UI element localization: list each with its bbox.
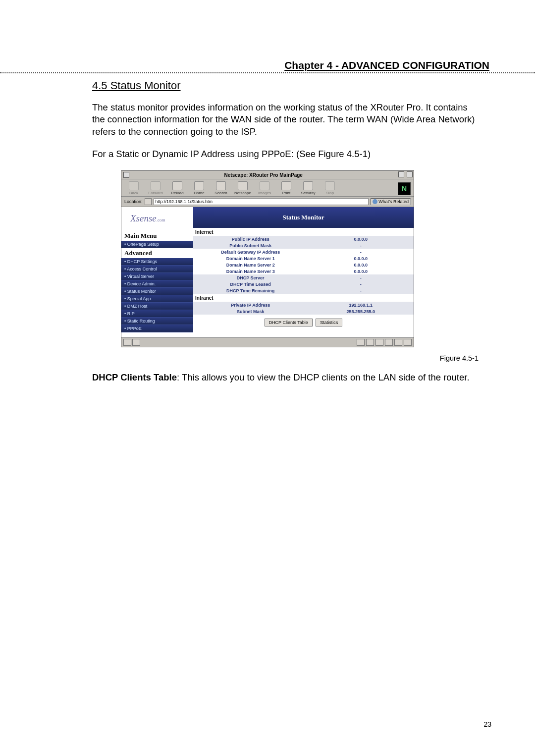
cell-key: Subnet Mask (193, 308, 308, 315)
images-icon (260, 181, 269, 190)
table-row: Domain Name Server 10.0.0.0 (193, 255, 414, 262)
paragraph-2: For a Static or Dynamic IP Address using… (92, 148, 481, 161)
window-title: Netscape: XRouter Pro MainPage (129, 172, 397, 178)
images-button[interactable]: Images (255, 181, 274, 195)
table-row: Subnet Mask255.255.255.0 (193, 308, 414, 315)
status-icon (123, 339, 131, 346)
cell-value: 0.0.0.0 (308, 268, 414, 274)
sidebar-item-rip[interactable]: RIP (121, 310, 193, 318)
bookmark-icon[interactable] (145, 198, 152, 205)
search-icon (216, 181, 226, 190)
table-row: Public Subnet Mask- (193, 242, 414, 249)
button-row: DHCP Clients Table Statistics (193, 315, 414, 337)
netscape-icon (238, 181, 248, 190)
cell-key: DHCP Time Remaining (193, 287, 308, 294)
page-number: 23 (483, 720, 491, 728)
advanced-header: Advanced (121, 248, 193, 258)
browser-toolbar: Back Forward Reload Home Search Netscape… (121, 179, 414, 197)
sidebar-item-device[interactable]: Device Admin. (121, 280, 193, 288)
cell-key: Public Subnet Mask (193, 242, 308, 249)
resize-icon[interactable] (404, 339, 412, 346)
cell-key: Default Gateway IP Address (193, 249, 308, 255)
addressbook-icon[interactable] (385, 339, 393, 346)
sidebar-item-dhcp[interactable]: DHCP Settings (121, 258, 193, 266)
caption: DHCP Clients Table: This allows you to v… (92, 372, 481, 383)
netscape-window: Netscape: XRouter Pro MainPage Back Forw… (121, 170, 414, 347)
brand-text: Xsense (130, 213, 157, 223)
maximize-icon[interactable] (407, 171, 413, 177)
reload-label: Reload (171, 191, 183, 195)
security-icon (303, 181, 313, 190)
table-row: Domain Name Server 30.0.0.0 (193, 268, 414, 274)
home-button[interactable]: Home (190, 181, 209, 195)
stop-button[interactable]: Stop (321, 181, 339, 195)
table-row: Private IP Address192.168.1.1 (193, 302, 414, 308)
back-label: Back (129, 191, 138, 195)
sidebar-item-onepage[interactable]: OnePage Setup (121, 241, 193, 248)
table-row: Public IP Address0.0.0.0 (193, 236, 414, 242)
cell-value: 0.0.0.0 (308, 255, 414, 262)
cell-value: - (308, 281, 414, 287)
sidebar-item-dmz[interactable]: DMZ Host (121, 303, 193, 310)
chapter-header: Chapter 4 - ADVANCED CONFIGURATION (45, 59, 490, 71)
forward-button[interactable]: Forward (146, 181, 165, 195)
minimize-icon[interactable] (398, 171, 404, 177)
netscape-logo-icon: N (398, 182, 411, 195)
brand-logo: Xsense.com (121, 207, 193, 231)
composer-icon[interactable] (375, 339, 383, 346)
task-icon[interactable] (366, 339, 374, 346)
divider (0, 72, 535, 73)
back-button[interactable]: Back (124, 181, 143, 195)
search-label: Search (214, 191, 227, 195)
mail-icon[interactable] (357, 339, 365, 346)
search-button[interactable]: Search (212, 181, 230, 195)
stop-label: Stop (326, 191, 334, 195)
reload-icon (172, 181, 182, 190)
sidebar-item-virtual[interactable]: Virtual Server (121, 273, 193, 280)
window-menu-icon[interactable] (123, 172, 129, 178)
intranet-table: Private IP Address192.168.1.1 Subnet Mas… (193, 302, 414, 315)
netscape-button[interactable]: Netscape (233, 181, 252, 195)
sidebar-item-static[interactable]: Static Routing (121, 318, 193, 325)
cell-value: - (308, 242, 414, 249)
window-titlebar: Netscape: XRouter Pro MainPage (121, 171, 414, 179)
status-icon (132, 339, 140, 346)
section-title: 4.5 Status Monitor (92, 79, 490, 92)
cell-value: - (308, 274, 414, 281)
cell-key: DHCP Time Leased (193, 281, 308, 287)
home-label: Home (194, 191, 204, 195)
security-button[interactable]: Security (299, 181, 318, 195)
figure-label: Figure 4.5-1 (45, 354, 479, 362)
table-row: DHCP Server- (193, 274, 414, 281)
location-input[interactable] (154, 198, 369, 205)
browser-statusbar (121, 337, 414, 347)
netscape-label: Netscape (234, 191, 251, 195)
location-label: Location: (124, 199, 143, 204)
sidebar-item-status[interactable]: Status Monitor (121, 288, 193, 295)
sidebar-item-pppoe[interactable]: PPPoE (121, 325, 193, 332)
sidebar-item-special[interactable]: Special App (121, 295, 193, 303)
location-bar: Location: What's Related (121, 197, 414, 207)
reload-button[interactable]: Reload (168, 181, 187, 195)
home-icon (194, 181, 204, 190)
sidebar-item-access[interactable]: Access Control (121, 266, 193, 273)
forward-icon (151, 181, 160, 190)
statistics-button[interactable]: Statistics (316, 319, 342, 326)
images-label: Images (258, 191, 271, 195)
status-right-icons (357, 339, 412, 346)
back-icon (129, 181, 139, 190)
cell-value: 0.0.0.0 (308, 236, 414, 242)
intranet-section-label: Intranet (193, 294, 414, 302)
dhcp-clients-table-button[interactable]: DHCP Clients Table (265, 319, 313, 326)
table-row: Default Gateway IP Address- (193, 249, 414, 255)
print-button[interactable]: Print (277, 181, 296, 195)
cell-value: - (308, 249, 414, 255)
status-header: Status Monitor (193, 207, 414, 228)
cell-key: Domain Name Server 1 (193, 255, 308, 262)
lock-icon (394, 339, 402, 346)
cell-value: 255.255.255.0 (308, 308, 414, 315)
status-left-icons (123, 339, 140, 346)
whats-related-button[interactable]: What's Related (371, 198, 411, 205)
cell-key: Domain Name Server 3 (193, 268, 308, 274)
cell-value: 192.168.1.1 (308, 302, 414, 308)
